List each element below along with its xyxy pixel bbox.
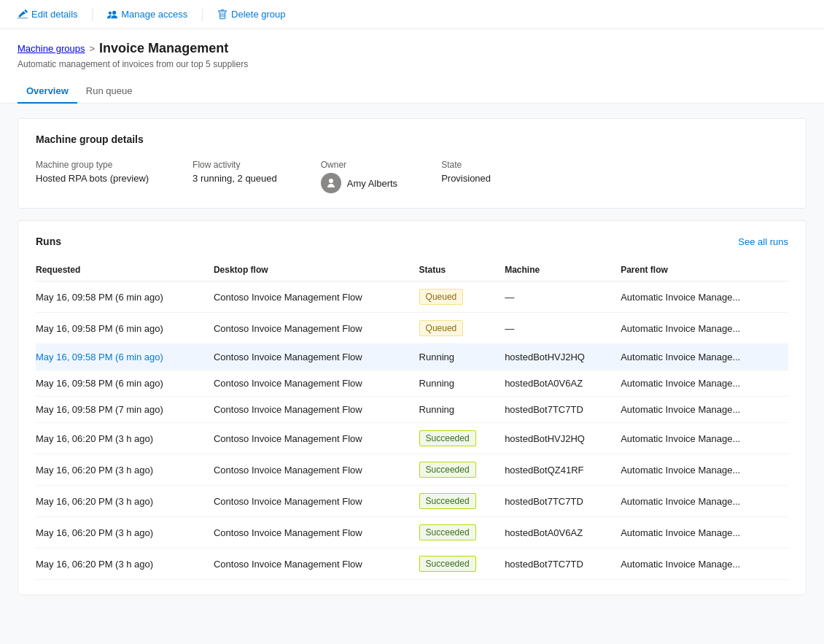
table-row[interactable]: May 16, 09:58 PM (6 min ago)Contoso Invo…: [36, 282, 788, 313]
state-value: Provisioned: [441, 173, 491, 184]
cell-requested: May 16, 09:58 PM (7 min ago): [36, 397, 214, 423]
flow-label: Flow activity: [193, 160, 277, 170]
breadcrumb-current: Invoice Management: [99, 41, 228, 56]
breadcrumb-separator: >: [90, 43, 96, 54]
cell-desktop-flow: Contoso Invoice Management Flow: [214, 548, 419, 580]
avatar-icon: [325, 177, 337, 189]
table-row[interactable]: May 16, 06:20 PM (3 h ago)Contoso Invoic…: [36, 517, 788, 548]
cell-machine: hostedBot7TC7TD: [505, 548, 621, 580]
delete-group-button[interactable]: Delete group: [211, 6, 291, 23]
cell-requested: May 16, 09:58 PM (6 min ago): [36, 371, 214, 397]
cell-desktop-flow: Contoso Invoice Management Flow: [214, 313, 419, 344]
cell-machine: hostedBotHVJ2HQ: [505, 344, 621, 371]
runs-card: Runs See all runs Requested Desktop flow…: [18, 220, 806, 595]
separator-1: |: [91, 7, 95, 22]
cell-parent-flow: Automatic Invoice Manage...: [621, 423, 788, 454]
cell-parent-flow: Automatic Invoice Manage...: [621, 344, 788, 371]
cell-desktop-flow: Contoso Invoice Management Flow: [214, 371, 419, 397]
table-row[interactable]: May 16, 09:58 PM (6 min ago)Contoso Invo…: [36, 371, 788, 397]
cell-status: Queued: [419, 313, 505, 344]
see-all-runs-link[interactable]: See all runs: [738, 236, 788, 247]
runs-table: Requested Desktop flow Status Machine Pa…: [36, 259, 788, 580]
table-row[interactable]: May 16, 09:58 PM (7 min ago)Contoso Invo…: [36, 397, 788, 423]
type-label: Machine group type: [36, 160, 149, 170]
col-header-status: Status: [419, 259, 505, 282]
owner-row: Amy Alberts: [321, 173, 397, 193]
cell-machine: hostedBotQZ41RF: [505, 454, 621, 486]
cell-machine: —: [505, 313, 621, 344]
table-row[interactable]: May 16, 09:58 PM (6 min ago)Contoso Invo…: [36, 313, 788, 344]
status-badge: Succeeded: [419, 556, 476, 572]
col-header-desktop-flow: Desktop flow: [214, 259, 419, 282]
cell-requested: May 16, 06:20 PM (3 h ago): [36, 517, 214, 548]
cell-parent-flow: Automatic Invoice Manage...: [621, 282, 788, 313]
cell-parent-flow: Automatic Invoice Manage...: [621, 371, 788, 397]
cell-status: Succeeded: [419, 423, 505, 454]
edit-icon: [18, 9, 28, 20]
cell-desktop-flow: Contoso Invoice Management Flow: [214, 397, 419, 423]
cell-machine: —: [505, 282, 621, 313]
table-row[interactable]: May 16, 06:20 PM (3 h ago)Contoso Invoic…: [36, 548, 788, 580]
tab-overview[interactable]: Overview: [18, 79, 77, 104]
cell-status: Succeeded: [419, 486, 505, 517]
status-badge: Succeeded: [419, 430, 476, 446]
cell-desktop-flow: Contoso Invoice Management Flow: [214, 454, 419, 486]
page-header: Machine groups > Invoice Management Auto…: [0, 29, 824, 69]
breadcrumb: Machine groups > Invoice Management: [18, 41, 806, 56]
cell-desktop-flow: Contoso Invoice Management Flow: [214, 282, 419, 313]
cell-status: Running: [419, 397, 505, 423]
status-badge: Queued: [419, 289, 464, 305]
edit-details-button[interactable]: Edit details: [12, 6, 84, 23]
separator-2: |: [201, 7, 204, 22]
cell-status: Running: [419, 344, 505, 371]
cell-requested: May 16, 06:20 PM (3 h ago): [36, 454, 214, 486]
tab-run-queue[interactable]: Run queue: [77, 79, 141, 104]
cell-machine: hostedBotHVJ2HQ: [505, 423, 621, 454]
cell-parent-flow: Automatic Invoice Manage...: [621, 486, 788, 517]
cell-requested: May 16, 06:20 PM (3 h ago): [36, 548, 214, 580]
requested-link[interactable]: May 16, 09:58 PM (6 min ago): [36, 352, 163, 362]
details-card-title: Machine group details: [36, 133, 788, 145]
col-header-machine: Machine: [505, 259, 621, 282]
cell-requested: May 16, 09:58 PM (6 min ago): [36, 282, 214, 313]
cell-parent-flow: Automatic Invoice Manage...: [621, 548, 788, 580]
edit-details-label: Edit details: [31, 9, 78, 20]
breadcrumb-parent-link[interactable]: Machine groups: [18, 43, 85, 54]
cell-parent-flow: Automatic Invoice Manage...: [621, 397, 788, 423]
col-header-requested: Requested: [36, 259, 214, 282]
main-content: Machine group details Machine group type…: [0, 104, 824, 644]
state-label: State: [441, 160, 491, 170]
cell-status: Succeeded: [419, 548, 505, 580]
cell-parent-flow: Automatic Invoice Manage...: [621, 454, 788, 486]
table-row[interactable]: May 16, 06:20 PM (3 h ago)Contoso Invoic…: [36, 423, 788, 454]
detail-state: State Provisioned: [441, 160, 491, 184]
cell-machine: hostedBotA0V6AZ: [505, 371, 621, 397]
delete-group-label: Delete group: [231, 9, 285, 20]
owner-label: Owner: [321, 160, 397, 170]
manage-access-icon: [107, 9, 117, 20]
table-row[interactable]: May 16, 06:20 PM (3 h ago)Contoso Invoic…: [36, 486, 788, 517]
cell-parent-flow: Automatic Invoice Manage...: [621, 517, 788, 548]
cell-desktop-flow: Contoso Invoice Management Flow: [214, 423, 419, 454]
table-row[interactable]: May 16, 06:20 PM (3 h ago)Contoso Invoic…: [36, 454, 788, 486]
cell-desktop-flow: Contoso Invoice Management Flow: [214, 344, 419, 371]
status-text: Running: [419, 352, 454, 362]
status-badge: Succeeded: [419, 462, 476, 478]
cell-requested: May 16, 06:20 PM (3 h ago): [36, 423, 214, 454]
toolbar: Edit details | Manage access | Delete gr…: [0, 0, 824, 29]
cell-requested: May 16, 09:58 PM (6 min ago): [36, 313, 214, 344]
status-badge: Queued: [419, 320, 464, 336]
table-row[interactable]: May 16, 09:58 PM (6 min ago)Contoso Invo…: [36, 344, 788, 371]
cell-requested[interactable]: May 16, 09:58 PM (6 min ago): [36, 344, 214, 371]
page-subtitle: Automatic management of invoices from ou…: [18, 59, 806, 69]
delete-icon: [217, 9, 228, 20]
detail-flow-activity: Flow activity 3 running, 2 queued: [193, 160, 277, 184]
cell-machine: hostedBot7TC7TD: [505, 486, 621, 517]
table-header-row: Requested Desktop flow Status Machine Pa…: [36, 259, 788, 282]
col-header-parent-flow: Parent flow: [621, 259, 788, 282]
manage-access-button[interactable]: Manage access: [101, 6, 193, 23]
tabs: Overview Run queue: [0, 79, 824, 104]
runs-title: Runs: [36, 236, 61, 247]
manage-access-label: Manage access: [121, 9, 187, 20]
machine-group-details-card: Machine group details Machine group type…: [18, 118, 806, 209]
